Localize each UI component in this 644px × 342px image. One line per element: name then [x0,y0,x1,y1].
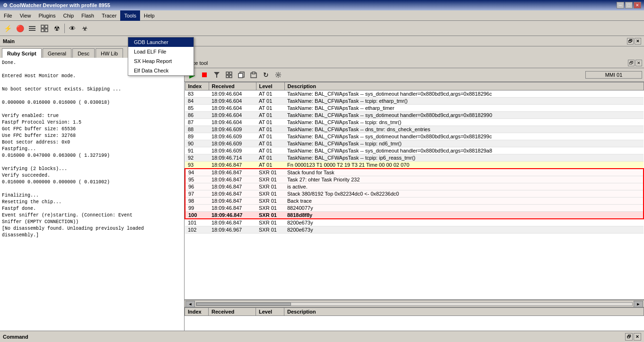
menu-tracer[interactable]: Tracer [98,10,120,21]
toolbar-btn-7[interactable]: ☣ [79,23,90,34]
table-row[interactable]: 8718:09:46.604AT 01TaskName: BAL_CFWApsT… [185,119,644,126]
cell-desc: TaskName: BAL_CFWApsTask -- sys_dotimeou… [284,112,644,119]
dropdown-load-elf[interactable]: Load ELF File [128,47,194,56]
panel-close-btn[interactable]: ✕ [635,38,641,45]
cell-desc: TaskName: BAL_CFWApsTask -- etharp_timer [284,105,644,112]
toolbar-btn-4[interactable] [39,23,50,34]
scroll-right-btn[interactable]: ► [634,301,643,307]
cell-level: AT 01 [256,105,284,112]
rt-btn-filter[interactable] [211,69,222,81]
table-row[interactable]: 8618:09:46.604AT 01TaskName: BAL_CFWApsT… [185,112,644,119]
table-row[interactable]: 9318:09:46.847AT 01Fn 0000123 T1 0000 T2… [185,162,644,169]
table-row[interactable]: 10218:09:46.967SXR 018200e673y [185,226,644,234]
menu-help[interactable]: Help [140,10,159,21]
table-row[interactable]: 8918:09:46.609AT 01TaskName: BAL_CFWApsT… [185,133,644,140]
maximize-button[interactable]: □ [625,2,633,9]
cell-desc: TaskName: BAL_CFWApsTask -- tcpip: ip6_r… [284,154,644,162]
rt-btn-grid[interactable] [223,69,235,81]
trace-table[interactable]: Index Received Level Description 8318:09… [185,82,644,299]
cell-index: 85 [185,105,209,112]
svg-rect-13 [238,73,243,78]
table-row[interactable]: 9218:09:46.714AT 01TaskName: BAL_CFWApsT… [185,154,644,162]
minimize-button[interactable]: ─ [617,2,624,9]
cell-index: 84 [185,98,209,105]
table-row[interactable]: 9118:09:46.609AT 01TaskName: BAL_CFWApsT… [185,147,644,154]
toolbar-btn-6[interactable]: 👁 [67,23,78,34]
scroll-thumb[interactable] [196,303,291,306]
toolbar-btn-2[interactable]: 🔴 [14,23,26,34]
table-row[interactable]: 8818:09:46.609AT 01TaskName: BAL_CFWApsT… [185,126,644,133]
table-row[interactable]: 10118:09:46.847SXR 018200e673y [185,219,644,226]
toolbar-btn-1[interactable]: ⚡ [2,23,13,34]
cell-desc: TaskName: BAL_CFWApsTask -- sys_dotimeou… [284,147,644,154]
cell-received: 18:09:46.847 [209,205,256,212]
cell-received: 18:09:46.609 [209,126,256,133]
table-row[interactable]: 8418:09:46.604AT 01TaskName: BAL_CFWApsT… [185,98,644,105]
horizontal-scrollbar[interactable]: ◄ ► [185,299,644,307]
rt-btn-settings[interactable] [273,69,284,81]
table-row[interactable]: 8318:09:46.604AT 01TaskName: BAL_CFWApsT… [185,90,644,98]
right-panel-restore-btn[interactable]: 🗗 [628,60,635,66]
cell-index: 88 [185,126,209,133]
panel-restore-btn[interactable]: 🗗 [627,38,634,45]
scroll-left-btn[interactable]: ◄ [185,301,195,307]
table-row[interactable]: 8518:09:46.604AT 01TaskName: BAL_CFWApsT… [185,105,644,112]
rt-btn-paste[interactable] [248,69,259,81]
cell-level: SXR 01 [256,226,284,234]
menu-chip[interactable]: Chip [59,10,78,21]
right-panel-close-btn[interactable]: ✕ [635,60,642,66]
main-container: Done. Entered Host Monitor mode. No boot… [0,58,644,331]
status-restore-btn[interactable]: 🗗 [625,333,633,341]
rt-btn-refresh[interactable]: ↻ [260,69,272,81]
toolbar-btn-3[interactable] [26,23,38,34]
menu-flash[interactable]: Flash [78,10,98,21]
toolbar-btn-5[interactable]: ☢ [51,23,62,34]
rt-btn-copy[interactable] [236,69,247,81]
scroll-track[interactable] [196,302,633,306]
menu-file[interactable]: File [0,10,16,21]
table-row[interactable]: 9718:09:46.847SXR 01Stack 380/8192 Top 0… [185,190,644,198]
left-panel: Done. Entered Host Monitor mode. No boot… [0,58,185,331]
table-row[interactable]: 9618:09:46.847SXR 01is active. [185,183,644,190]
cell-level: AT 01 [256,154,284,162]
cell-level: AT 01 [256,112,284,119]
bottom-col-level: Level [256,308,284,316]
col-header-index: Index [185,82,209,90]
table-row[interactable]: 9918:09:46.847SXR 0188240077y [185,205,644,212]
dropdown-elf-data[interactable]: Elf Data Check [128,66,194,75]
table-row[interactable]: 9818:09:46.847SXR 01Back trace [185,198,644,205]
menu-view[interactable]: View [16,10,35,21]
cell-received: 18:09:46.847 [209,198,256,205]
menu-plugins[interactable]: Plugins [35,10,59,21]
table-row[interactable]: 10018:09:46.847SXR 018818d8f8y [185,212,644,219]
col-header-level: Level [256,82,284,90]
cell-level: SXR 01 [256,212,284,219]
tab-general[interactable]: General [43,48,71,58]
svg-rect-11 [229,75,232,78]
app-title: ⚙ CoolWatcher Developer with profile 895… [3,2,110,9]
table-row[interactable]: 9018:09:46.609AT 01TaskName: BAL_CFWApsT… [185,140,644,147]
dropdown-sx-heap[interactable]: SX Heap Report [128,56,194,66]
tab-desc[interactable]: Desc [72,48,95,58]
close-button[interactable]: ✕ [634,2,641,9]
menu-tools[interactable]: Tools [120,10,140,21]
rt-btn-stop[interactable]: ⏹ [199,69,210,81]
cell-desc: 8200e673y [284,219,644,226]
cell-level: SXR 01 [256,190,284,198]
title-bar: ⚙ CoolWatcher Developer with profile 895… [0,0,644,10]
svg-marker-7 [214,72,220,78]
svg-rect-2 [29,30,35,31]
svg-rect-1 [29,28,35,29]
cell-level: AT 01 [256,98,284,105]
tab-ruby-script[interactable]: Ruby Script [2,48,42,58]
dropdown-gdb-launcher[interactable]: GDB Launcher [128,37,194,47]
tab-hw-lib[interactable]: HW Lib [96,48,123,58]
cell-desc: TaskName: BAL_CFWApsTask -- sys_dotimeou… [284,133,644,140]
status-close-btn[interactable]: ✕ [634,333,641,341]
cell-received: 18:09:46.604 [209,119,256,126]
cell-index: 100 [185,212,209,219]
table-row[interactable]: 9518:09:46.847SXR 01Task 27: ohter Task … [185,176,644,183]
cell-index: 98 [185,198,209,205]
trace-data-table: Index Received Level Description 8318:09… [185,82,644,234]
table-row[interactable]: 9418:09:46.847SXR 01Stack found for Task [185,169,644,176]
